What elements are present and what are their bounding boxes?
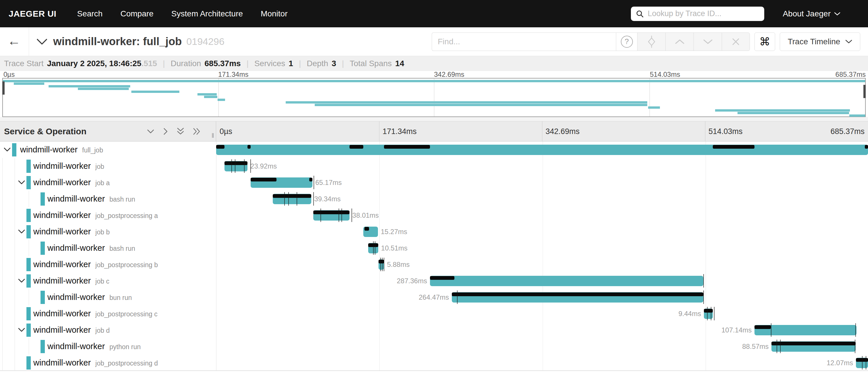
span-timeline-cell[interactable]: 9.44ms <box>216 306 868 322</box>
span-row[interactable]: windmill-workerbun run264.47ms <box>0 289 868 306</box>
nav-link-search[interactable]: Search <box>77 9 103 19</box>
minimap-span-bar <box>197 93 217 95</box>
about-jaeger-menu[interactable]: About Jaeger <box>783 9 840 19</box>
span-collapse-caret[interactable] <box>18 180 25 185</box>
span-bar[interactable] <box>430 276 703 286</box>
span-name: windmill-workerjob c <box>33 276 109 286</box>
span-log-tick <box>711 307 711 320</box>
span-name-cell[interactable]: windmill-workerjob_postprocessing a <box>0 207 216 224</box>
expand-all-icon[interactable] <box>192 127 201 136</box>
column-resize-grip[interactable]: ‖ <box>212 132 215 140</box>
service-color-bar <box>12 143 17 156</box>
span-row[interactable]: windmill-workerbash run10.51ms <box>0 240 868 256</box>
span-row[interactable]: windmill-workerjob_postprocessing d12.07… <box>0 354 868 371</box>
span-name-cell[interactable]: windmill-workerjob <box>0 158 216 174</box>
span-row[interactable]: windmill-workerjob_postprocessing c9.44m… <box>0 306 868 322</box>
service-color-bar <box>26 323 31 337</box>
ruler-tick-label: 342.69ms <box>434 70 464 79</box>
span-timeline-cell[interactable]: 10.51ms <box>216 240 868 256</box>
span-row[interactable]: windmill-workerjob_postprocessing a38.01… <box>0 207 868 224</box>
span-log-tick <box>314 176 314 189</box>
span-name-cell[interactable]: windmill-workerjob c <box>0 272 216 289</box>
collapse-trace-caret[interactable] <box>36 38 48 46</box>
span-timeline-cell[interactable]: 107.14ms <box>216 322 868 338</box>
trace-minimap[interactable] <box>2 78 866 117</box>
chevron-down-icon <box>845 39 852 44</box>
clear-find-button[interactable] <box>722 32 750 51</box>
service-color-bar <box>26 356 31 370</box>
find-help-button[interactable]: ? <box>616 32 637 51</box>
minimap-ruler: 0µs171.34ms342.69ms514.03ms685.37ms <box>0 71 868 78</box>
span-timeline-cell[interactable]: 287.36ms <box>216 272 868 289</box>
expand-one-icon[interactable] <box>163 127 168 136</box>
span-timeline-cell[interactable]: 88.57ms <box>216 338 868 354</box>
span-timeline-cell[interactable] <box>216 142 868 158</box>
keyboard-shortcuts-button[interactable]: ⌘ <box>754 32 775 51</box>
span-name-cell[interactable]: windmill-workerpython run <box>0 338 216 354</box>
span-name-cell[interactable]: windmill-workerbun run <box>0 289 216 306</box>
span-row[interactable]: windmill-workerjob a65.17ms <box>0 174 868 191</box>
span-name-cell[interactable]: windmill-workerbash run <box>0 191 216 207</box>
span-collapse-caret[interactable] <box>3 147 11 152</box>
trace-id-search[interactable] <box>631 7 764 21</box>
span-row[interactable]: windmill-workerjob b15.27ms <box>0 224 868 240</box>
span-row[interactable]: windmill-workerjob_postprocessing b5.88m… <box>0 256 868 272</box>
span-row[interactable]: windmill-workerjob c287.36ms <box>0 272 868 289</box>
span-log-tick <box>373 241 374 255</box>
span-log-tick <box>231 159 232 173</box>
span-name-cell[interactable]: windmill-workerjob d <box>0 322 216 338</box>
ruler-tick-label: 685.37ms <box>836 70 866 79</box>
nav-link-system-architecture[interactable]: System Architecture <box>171 9 243 19</box>
span-row[interactable]: windmill-workerjob d107.14ms <box>0 322 868 338</box>
span-name-cell[interactable]: windmill-workerjob a <box>0 174 216 191</box>
span-duration-label: 88.57ms <box>742 343 769 351</box>
span-timeline-cell[interactable]: 39.34ms <box>216 191 868 207</box>
prev-match-button[interactable] <box>665 32 693 51</box>
span-timeline-cell[interactable]: 264.47ms <box>216 289 868 306</box>
span-name-cell[interactable]: windmill-workerjob b <box>0 224 216 240</box>
meta-label: Total Spans <box>350 59 392 68</box>
service-name: windmill-worker <box>48 342 105 351</box>
span-timeline-cell[interactable]: 65.17ms <box>216 174 868 191</box>
span-row[interactable]: windmill-workerfull_job <box>0 142 868 158</box>
span-timeline-cell[interactable]: 5.88ms <box>216 256 868 272</box>
span-name: windmill-workerjob d <box>33 325 110 335</box>
span-name-cell[interactable]: windmill-workerjob_postprocessing b <box>0 256 216 272</box>
trace-view-selector[interactable]: Trace Timeline <box>780 32 860 51</box>
minimap-right-scrubber[interactable] <box>863 85 866 98</box>
span-bar[interactable] <box>216 145 868 155</box>
find-input[interactable] <box>432 32 616 51</box>
minimap-span-bar <box>131 91 179 93</box>
span-timeline-cell[interactable]: 15.27ms <box>216 224 868 240</box>
span-name-cell[interactable]: windmill-workerbash run <box>0 240 216 256</box>
minimap-span-row <box>3 88 865 90</box>
span-collapse-caret[interactable] <box>18 278 25 283</box>
timeline-tick-label: 0µs <box>220 127 232 136</box>
back-button[interactable]: ← <box>7 34 21 48</box>
minimap-left-scrubber[interactable] <box>2 81 5 95</box>
span-name-cell[interactable]: windmill-workerfull_job <box>0 142 216 158</box>
collapse-deep-icon[interactable] <box>177 127 185 136</box>
span-collapse-caret[interactable] <box>18 229 25 234</box>
next-match-button[interactable] <box>693 32 722 51</box>
span-name-cell[interactable]: windmill-workerjob_postprocessing c <box>0 306 216 322</box>
span-collapse-caret[interactable] <box>18 327 25 333</box>
collapse-all-icon[interactable] <box>147 128 155 134</box>
indent-guide <box>2 240 3 256</box>
span-name-cell[interactable]: windmill-workerjob_postprocessing d <box>0 354 216 371</box>
nav-link-monitor[interactable]: Monitor <box>261 9 287 19</box>
span-row[interactable]: windmill-workerpython run88.57ms <box>0 338 868 354</box>
span-row[interactable]: windmill-workerbash run39.34ms <box>0 191 868 207</box>
jaeger-logo[interactable]: JAEGER UI <box>9 9 56 19</box>
minimap-span-bar <box>78 88 129 90</box>
span-log-tick <box>288 192 289 206</box>
trace-id-search-input[interactable] <box>648 9 760 18</box>
span-timeline-cell[interactable]: 38.01ms <box>216 207 868 224</box>
span-name: windmill-workerjob_postprocessing b <box>33 260 158 269</box>
nav-link-compare[interactable]: Compare <box>120 9 153 19</box>
span-timeline-cell[interactable]: 12.07ms <box>216 354 868 371</box>
span-row[interactable]: windmill-workerjob23.92ms <box>0 158 868 174</box>
focus-span-button[interactable] <box>637 32 665 51</box>
close-icon <box>732 38 740 46</box>
span-timeline-cell[interactable]: 23.92ms <box>216 158 868 174</box>
